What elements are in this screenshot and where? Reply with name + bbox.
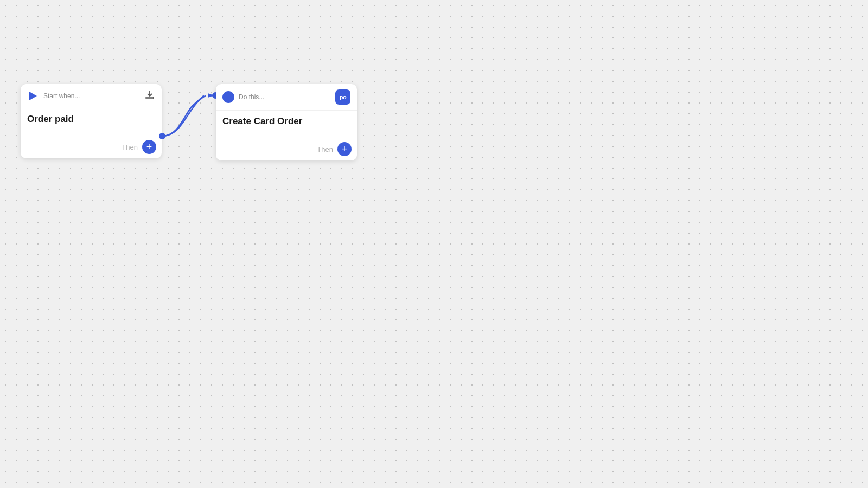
action-card-then-add-button[interactable]: + <box>337 142 352 156</box>
play-icon <box>27 90 39 102</box>
action-card-label: Do this... <box>239 93 264 101</box>
start-card-download-icon[interactable] <box>144 89 155 102</box>
action-card-header-left: Do this... <box>222 91 264 103</box>
svg-marker-0 <box>29 92 37 100</box>
connector-svg <box>0 0 868 488</box>
action-card-title: Create Card Order <box>222 116 350 127</box>
action-card-then-label: Then <box>317 145 333 153</box>
start-card-footer: Then + <box>21 138 162 158</box>
start-card-then-label: Then <box>122 143 138 151</box>
svg-marker-3 <box>208 93 214 98</box>
action-card-header: Do this... po <box>216 84 357 111</box>
start-card-header: Start when... <box>21 84 162 108</box>
action-card-badge: po <box>335 89 350 105</box>
action-card-footer: Then + <box>216 140 357 160</box>
action-card-body: Create Card Order <box>216 111 357 140</box>
action-card: Do this... po Create Card Order Then + <box>216 84 357 160</box>
start-card-header-left: Start when... <box>27 90 80 102</box>
start-card: Start when... Order paid Then + <box>21 84 162 158</box>
svg-rect-1 <box>146 97 154 99</box>
plus-icon: + <box>146 142 152 152</box>
start-card-title: Order paid <box>27 114 155 125</box>
start-card-then-add-button[interactable]: + <box>142 140 156 154</box>
action-circle-icon <box>222 91 234 103</box>
plus-icon: + <box>342 144 348 154</box>
start-card-body: Order paid <box>21 108 162 138</box>
start-card-label: Start when... <box>43 92 80 100</box>
